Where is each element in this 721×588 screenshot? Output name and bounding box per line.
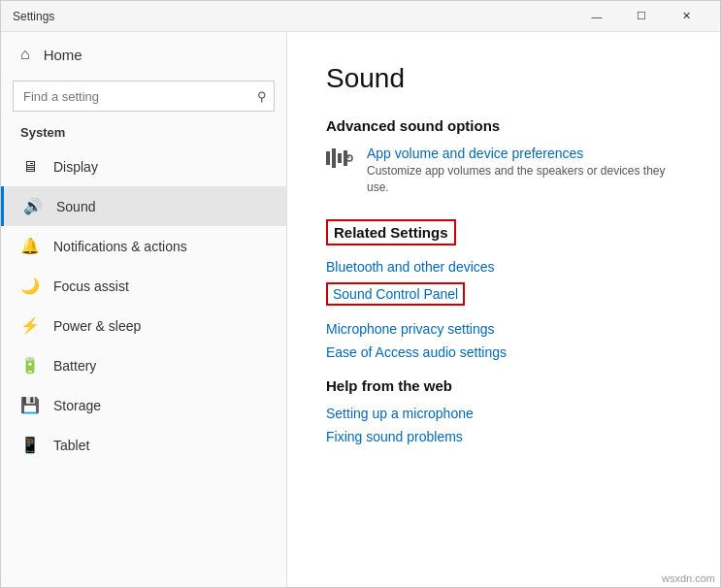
sidebar-item-focus[interactable]: 🌙 Focus assist — [1, 266, 286, 306]
app-volume-link[interactable]: App volume and device preferences — [367, 146, 681, 161]
sidebar-item-storage-label: Storage — [53, 398, 101, 413]
sidebar-item-sound[interactable]: 🔊 Sound — [1, 186, 286, 226]
minimize-button[interactable]: — — [574, 1, 619, 32]
help-section: Help from the web Setting up a microphon… — [326, 377, 681, 444]
sidebar-item-battery[interactable]: 🔋 Battery — [1, 345, 286, 385]
sidebar: ⌂ Home ⚲ System 🖥 Display 🔊 Sound 🔔 Noti… — [1, 32, 287, 587]
focus-icon: 🌙 — [20, 277, 40, 295]
related-settings-heading: Related Settings — [334, 224, 448, 241]
maximize-button[interactable]: ☐ — [619, 1, 664, 32]
titlebar-controls: — ☐ ✕ — [574, 1, 708, 32]
sound-control-panel-link[interactable]: Sound Control Panel — [333, 286, 458, 302]
page-title: Sound — [326, 63, 681, 94]
sidebar-item-sound-label: Sound — [56, 199, 95, 214]
titlebar-title: Settings — [13, 10, 54, 23]
sidebar-item-home[interactable]: ⌂ Home — [1, 32, 286, 77]
close-button[interactable]: ✕ — [664, 1, 708, 32]
battery-icon: 🔋 — [20, 356, 40, 375]
power-icon: ⚡ — [20, 316, 40, 335]
ease-of-access-link[interactable]: Ease of Access audio settings — [326, 344, 681, 360]
svg-rect-2 — [338, 153, 342, 163]
sidebar-item-storage[interactable]: 💾 Storage — [1, 385, 286, 425]
related-links-list: Bluetooth and other devices Sound Contro… — [326, 259, 681, 360]
microphone-link[interactable]: Microphone privacy settings — [326, 321, 681, 337]
search-icon: ⚲ — [257, 89, 267, 104]
svg-rect-0 — [326, 151, 330, 165]
settings-window: Settings — ☐ ✕ ⌂ Home ⚲ System 🖥 Display — [0, 0, 721, 588]
sidebar-item-notifications-label: Notifications & actions — [53, 239, 187, 254]
sidebar-item-tablet-label: Tablet — [53, 438, 89, 453]
app-volume-icon — [326, 147, 353, 175]
sidebar-item-focus-label: Focus assist — [53, 278, 129, 294]
display-icon: 🖥 — [20, 158, 40, 176]
bluetooth-link[interactable]: Bluetooth and other devices — [326, 259, 681, 275]
app-volume-text: App volume and device preferences Custom… — [367, 146, 681, 196]
sidebar-item-power-label: Power & sleep — [53, 318, 141, 334]
sidebar-item-notifications[interactable]: 🔔 Notifications & actions — [1, 226, 286, 266]
notifications-icon: 🔔 — [20, 237, 40, 255]
content-area: ⌂ Home ⚲ System 🖥 Display 🔊 Sound 🔔 Noti… — [1, 32, 720, 587]
sound-control-highlight-box: Sound Control Panel — [326, 282, 465, 306]
related-settings-highlight-box: Related Settings — [326, 219, 456, 245]
tablet-icon: 📱 — [20, 436, 40, 454]
fix-sound-link[interactable]: Fixing sound problems — [326, 429, 681, 444]
sidebar-item-tablet[interactable]: 📱 Tablet — [1, 425, 286, 465]
help-heading: Help from the web — [326, 377, 681, 394]
svg-line-5 — [347, 156, 349, 158]
watermark: wsxdn.com — [662, 572, 715, 584]
setup-microphone-link[interactable]: Setting up a microphone — [326, 406, 681, 421]
titlebar: Settings — ☐ ✕ — [1, 1, 720, 32]
app-volume-desc: Customize app volumes and the speakers o… — [367, 163, 681, 196]
svg-rect-1 — [332, 148, 336, 168]
main-content: Sound Advanced sound options App volume … — [287, 32, 720, 587]
advanced-section-heading: Advanced sound options — [326, 117, 681, 134]
search-input[interactable] — [13, 81, 275, 112]
sound-icon: 🔊 — [23, 197, 43, 215]
home-icon: ⌂ — [20, 46, 30, 63]
sidebar-item-battery-label: Battery — [53, 358, 96, 374]
sidebar-item-display[interactable]: 🖥 Display — [1, 147, 286, 186]
sidebar-section-title: System — [1, 119, 286, 147]
sidebar-item-display-label: Display — [53, 159, 98, 175]
sidebar-search: ⚲ — [13, 81, 275, 112]
related-settings-block: Related Settings Bluetooth and other dev… — [326, 219, 681, 360]
sidebar-home-label: Home — [44, 47, 82, 63]
storage-icon: 💾 — [20, 396, 40, 414]
app-volume-row: App volume and device preferences Custom… — [326, 146, 681, 196]
sidebar-item-power[interactable]: ⚡ Power & sleep — [1, 306, 286, 345]
